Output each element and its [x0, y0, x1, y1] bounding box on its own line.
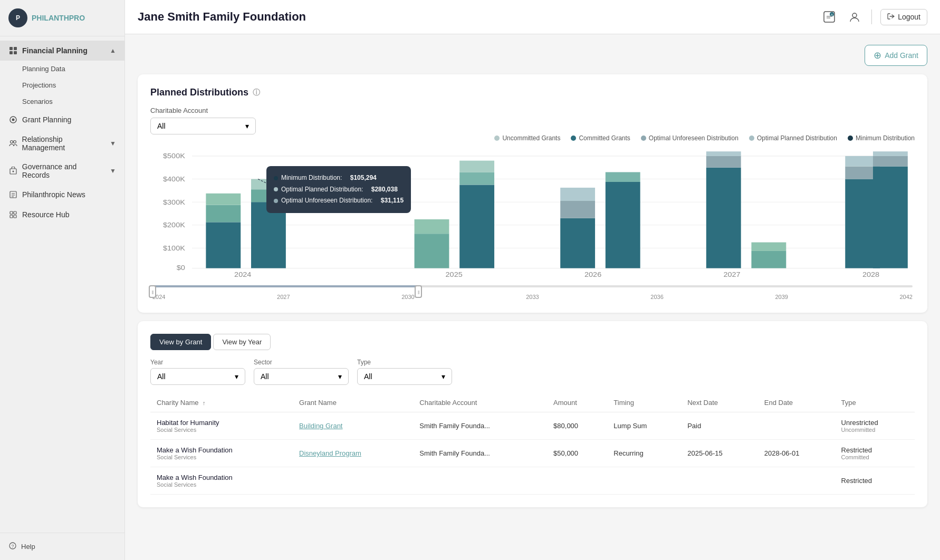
slider-label-2036: 2036 [650, 294, 663, 300]
svg-rect-17 [14, 215, 16, 218]
type-filter-value: All [364, 372, 372, 381]
table-header-row: Charity Name ↑ Grant Name Charitable Acc… [150, 393, 915, 412]
col-end-date: End Date [758, 393, 835, 412]
sector-filter-label: Sector [254, 359, 349, 366]
sidebar-item-label-news: Philanthropic News [22, 190, 85, 199]
svg-rect-38 [206, 222, 241, 268]
grant-link-2[interactable]: Disneyland Program [299, 449, 361, 457]
cell-timing-2: Recurring [607, 440, 681, 467]
cell-next-date-2: 2025-06-15 [681, 440, 758, 467]
cell-charity-1: Habitat for Humanity Social Services [150, 412, 293, 440]
svg-rect-47 [459, 185, 494, 268]
sidebar-item-grant-planning[interactable]: Grant Planning [0, 110, 124, 130]
page-title: Jane Smith Family Foundation [138, 10, 306, 24]
chevron-up-icon: ▲ [110, 47, 116, 54]
type-top-3: Restricted [841, 477, 908, 485]
svg-rect-66 [873, 167, 908, 268]
cell-account-3 [413, 467, 547, 495]
svg-rect-46 [415, 219, 449, 234]
logo-area[interactable]: P PHILANTHPRO [0, 0, 124, 36]
svg-rect-48 [459, 172, 494, 185]
type-filter-select[interactable]: All ▾ [357, 368, 452, 385]
sidebar-sub-projections[interactable]: Projections [0, 77, 124, 93]
main-area: Jane Smith Family Foundation A [125, 0, 940, 560]
year-filter-label: Year [150, 359, 245, 366]
logout-button[interactable]: Logout [880, 9, 927, 25]
cell-timing-3 [607, 467, 681, 495]
svg-text:$500K: $500K [163, 152, 185, 160]
sector-filter-select[interactable]: All ▾ [254, 368, 349, 385]
view-by-year-tab[interactable]: View by Year [213, 334, 271, 350]
notification-icon[interactable]: A [821, 8, 838, 25]
slider-label-2030: 2030 [401, 294, 414, 300]
charity-name-2: Make a Wish Foundation [157, 446, 286, 454]
svg-rect-42 [251, 189, 286, 202]
chart-slider: 2024 2027 2030 2033 2036 2039 2042 [150, 281, 915, 300]
col-type: Type [835, 393, 915, 412]
legend-unforeseen-label: Optimal Unforeseen Distribution [649, 134, 738, 142]
svg-rect-53 [560, 188, 595, 201]
col-amount: Amount [547, 393, 607, 412]
grants-table: Charity Name ↑ Grant Name Charitable Acc… [150, 393, 915, 495]
header-actions: A Logout [821, 8, 927, 25]
table-filters: Year All ▾ Sector All ▾ Type [150, 359, 915, 385]
cell-grant-3 [293, 467, 413, 495]
logo-text: PHILANTHPRO [32, 14, 85, 22]
svg-text:2025: 2025 [446, 271, 463, 277]
grant-link-1[interactable]: Building Grant [299, 422, 342, 430]
svg-rect-68 [873, 151, 908, 156]
grid-icon [8, 46, 18, 55]
col-charity-name: Charity Name ↑ [150, 393, 293, 412]
legend-committed-label: Committed Grants [579, 134, 630, 142]
legend-planned-label: Optimal Planned Distribution [757, 134, 837, 142]
slider-thumb-left[interactable] [149, 285, 156, 298]
sidebar-item-philanthropic-news[interactable]: Philanthropic News [0, 185, 124, 205]
slider-label-2027: 2027 [277, 294, 290, 300]
sidebar-item-relationship-management[interactable]: Relationship Management ▼ [0, 130, 124, 157]
col-next-date: Next Date [681, 393, 758, 412]
slider-thumb-right[interactable] [415, 285, 422, 298]
svg-point-25 [852, 13, 857, 17]
svg-rect-0 [9, 47, 13, 50]
sort-icon-charity[interactable]: ↑ [203, 400, 206, 406]
slider-track [152, 281, 913, 292]
legend-committed: Committed Grants [571, 134, 630, 142]
sidebar-item-resource-hub[interactable]: Resource Hub [0, 205, 124, 225]
view-by-grant-tab[interactable]: View by Grant [150, 334, 211, 350]
cell-charity-3: Make a Wish Foundation Social Services [150, 467, 293, 495]
svg-rect-16 [10, 215, 13, 218]
sidebar-sub-planning-data[interactable]: Planning Data [0, 61, 124, 77]
chart-legend: Uncommitted Grants Committed Grants Opti… [150, 134, 915, 142]
cell-charity-2: Make a Wish Foundation Social Services [150, 440, 293, 467]
svg-rect-45 [415, 234, 449, 268]
svg-rect-58 [706, 156, 741, 168]
slider-labels: 2024 2027 2030 2033 2036 2039 2042 [152, 294, 913, 300]
hub-icon [8, 210, 18, 219]
help-button[interactable]: ? Help [0, 533, 124, 560]
chart-svg: $500K $400K $300K $200K $100K $0 [150, 150, 915, 277]
legend-uncommitted-label: Uncommitted Grants [502, 134, 560, 142]
charitable-account-select[interactable]: All ▾ [150, 118, 256, 134]
sidebar-sub-scenarios[interactable]: Scenarios [0, 93, 124, 110]
grant-icon [8, 115, 18, 124]
logout-icon [887, 13, 895, 22]
year-filter-select[interactable]: All ▾ [150, 368, 245, 385]
sidebar-item-financial-planning[interactable]: Financial Planning ▲ [0, 41, 124, 61]
sidebar-item-label-financial-planning: Financial Planning [22, 46, 88, 55]
chevron-down-icon-year: ▾ [235, 372, 238, 381]
sidebar: P PHILANTHPRO Financial Planning ▲ Plann… [0, 0, 125, 560]
table-row: Make a Wish Foundation Social Services D… [150, 440, 915, 467]
legend-planned: Optimal Planned Distribution [749, 134, 837, 142]
svg-rect-1 [14, 47, 17, 50]
add-grant-button[interactable]: ⊕ Add Grant [865, 45, 927, 66]
cell-end-date-2: 2028-06-01 [758, 440, 835, 467]
profile-icon[interactable] [846, 8, 863, 25]
cell-type-3: Restricted [835, 467, 915, 495]
charity-sector-2: Social Services [157, 454, 286, 460]
cell-grant-1: Building Grant [293, 412, 413, 440]
legend-uncommitted: Uncommitted Grants [494, 134, 560, 142]
sidebar-item-governance[interactable]: Governance and Records ▼ [0, 157, 124, 185]
chevron-down-icon-rm: ▼ [110, 140, 116, 147]
slider-label-2033: 2033 [526, 294, 539, 300]
legend-minimum-label: Minimum Distribution [856, 134, 915, 142]
